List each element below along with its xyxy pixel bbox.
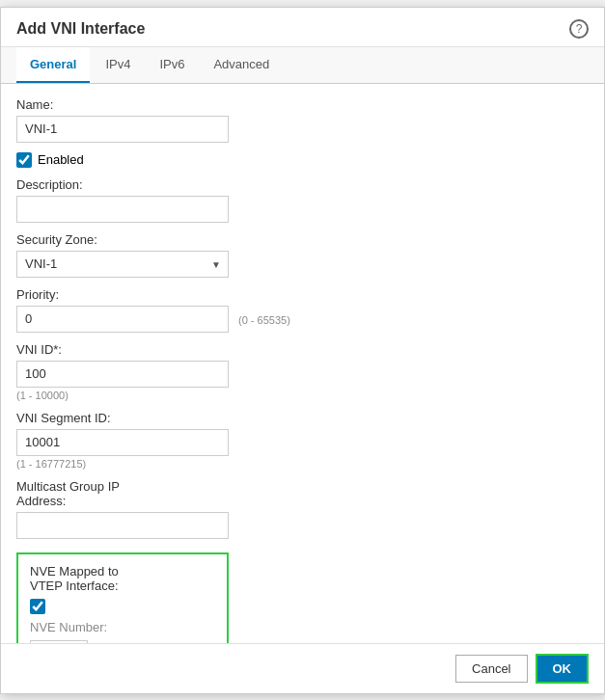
- vni-segment-id-hint: (1 - 16777215): [16, 458, 589, 470]
- help-icon[interactable]: ?: [569, 19, 589, 39]
- security-zone-select-wrapper: VNI-1 ▼: [16, 251, 229, 278]
- security-zone-group: Security Zone: VNI-1 ▼: [16, 232, 589, 278]
- dialog-title: Add VNI Interface: [16, 20, 145, 38]
- priority-input[interactable]: [16, 306, 229, 333]
- enabled-checkbox[interactable]: [16, 152, 32, 168]
- name-label: Name:: [16, 97, 589, 112]
- description-label: Description:: [16, 177, 589, 192]
- tab-advanced[interactable]: Advanced: [200, 47, 283, 83]
- ok-button[interactable]: OK: [536, 654, 590, 684]
- multicast-group-group: Multicast Group IP Address:: [16, 479, 589, 539]
- nve-number-group: NVE Number:: [30, 620, 215, 643]
- vni-id-group: VNI ID*: (1 - 10000): [16, 342, 589, 401]
- name-group: Name:: [16, 97, 589, 143]
- vni-segment-id-group: VNI Segment ID: (1 - 16777215): [16, 411, 589, 470]
- priority-label: Priority:: [16, 287, 589, 302]
- tab-general[interactable]: General: [16, 47, 90, 83]
- nve-box: NVE Mapped to VTEP Interface: NVE Number…: [16, 552, 229, 643]
- nve-number-input[interactable]: [30, 640, 88, 643]
- tab-ipv4[interactable]: IPv4: [92, 47, 144, 83]
- dialog-header: Add VNI Interface ?: [1, 8, 604, 47]
- priority-row: (0 - 65535): [16, 306, 589, 333]
- enabled-label: Enabled: [38, 152, 84, 167]
- dialog-body: Name: Enabled Description: Security Zone…: [1, 84, 604, 643]
- description-group: Description:: [16, 177, 589, 223]
- add-vni-dialog: Add VNI Interface ? General IPv4 IPv6 Ad…: [0, 7, 605, 694]
- nve-checkbox-row: [30, 599, 215, 614]
- tab-ipv6[interactable]: IPv6: [146, 47, 198, 83]
- name-input[interactable]: [16, 116, 229, 143]
- tab-bar: General IPv4 IPv6 Advanced: [1, 47, 604, 84]
- priority-group: Priority: (0 - 65535): [16, 287, 589, 333]
- vni-segment-id-input[interactable]: [16, 429, 229, 456]
- enabled-row: Enabled: [16, 152, 589, 168]
- security-zone-label: Security Zone:: [16, 232, 589, 247]
- nve-box-label: NVE Mapped to VTEP Interface:: [30, 564, 215, 593]
- description-input[interactable]: [16, 196, 229, 223]
- multicast-group-label: Multicast Group IP Address:: [16, 479, 589, 508]
- dialog-footer: Cancel OK: [1, 643, 604, 693]
- security-zone-select[interactable]: VNI-1: [16, 251, 229, 278]
- vni-segment-id-label: VNI Segment ID:: [16, 411, 589, 425]
- multicast-group-input[interactable]: [16, 512, 229, 539]
- vni-id-input[interactable]: [16, 361, 229, 388]
- nve-checkbox[interactable]: [30, 599, 45, 614]
- cancel-button[interactable]: Cancel: [455, 655, 527, 683]
- priority-hint: (0 - 65535): [238, 314, 290, 326]
- nve-number-label: NVE Number:: [30, 620, 215, 634]
- vni-id-label: VNI ID*:: [16, 342, 589, 357]
- vni-id-hint: (1 - 10000): [16, 390, 589, 401]
